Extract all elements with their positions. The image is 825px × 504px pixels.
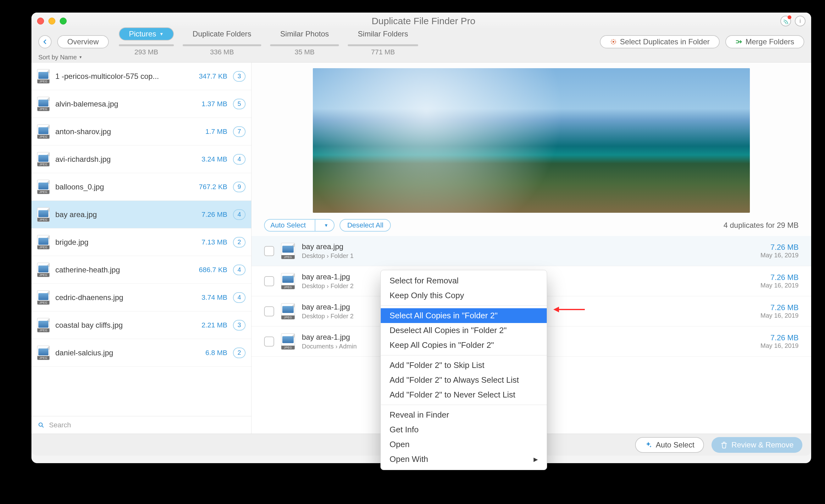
menu-item[interactable]: Select for Removal [381,273,547,288]
menu-item-label: Open With [389,454,428,464]
duplicate-date: May 16, 2019 [761,252,799,259]
chevron-down-icon: ▼ [79,55,82,59]
file-row[interactable]: JPEGbay area.jpg7.26 MB4 [31,201,251,229]
file-size: 2.21 MB [202,321,227,329]
duplicate-row[interactable]: JPEGbay area.jpgDesktop › Folder 17.26 M… [251,236,811,266]
menu-item-label: Add "Folder 2" to Always Select List [389,375,519,385]
menu-item[interactable]: Reveal in Finder [381,408,547,422]
duplicate-count-badge: 3 [233,320,245,331]
menu-separator [381,306,547,306]
minimize-window-button[interactable] [49,18,55,24]
review-remove-button[interactable]: Review & Remove [711,437,802,453]
file-row[interactable]: JPEGanton-sharov.jpg1.7 MB7 [31,118,251,146]
footer-auto-select-button[interactable]: Auto Select [635,437,704,453]
jpeg-file-icon: JPEG [37,180,50,194]
auto-select-menu-button[interactable]: ▼ [318,220,334,231]
duplicate-size: 7.26 MB [761,243,799,252]
jpeg-file-icon: JPEG [281,243,295,259]
select-checkbox[interactable] [264,337,274,347]
duplicate-count-badge: 7 [233,126,245,137]
tab-label: Similar Folders [358,29,408,38]
info-icon[interactable]: i [795,16,806,26]
file-name: coastal bay cliffs.jpg [55,321,196,330]
menu-item[interactable]: Deselect All Copies in "Folder 2" [381,323,547,338]
file-row[interactable]: JPEGbrigde.jpg7.13 MB2 [31,229,251,256]
file-row[interactable]: JPEGcatherine-heath.jpg686.7 KB4 [31,256,251,284]
menu-item[interactable]: Get Info [381,422,547,437]
select-checkbox[interactable] [264,276,274,286]
tab-duplicate-folders[interactable]: Duplicate Folders336 MB [178,27,266,56]
review-remove-label: Review & Remove [732,440,794,449]
submenu-arrow-icon: ▶ [534,456,538,463]
file-row[interactable]: JPEGdaniel-salcius.jpg6.8 MB2 [31,339,251,367]
menu-item[interactable]: Add "Folder 2" to Skip List [381,358,547,373]
select-checkbox[interactable] [264,306,274,316]
file-size: 767.2 KB [199,183,227,191]
duplicate-count-badge: 2 [233,347,245,358]
menu-item[interactable]: Open With▶ [381,452,547,467]
file-row[interactable]: JPEGalvin-balemesa.jpg1.37 MB5 [31,90,251,118]
file-size: 7.13 MB [202,238,227,246]
file-size: 7.26 MB [202,211,227,219]
file-size: 1.7 MB [205,128,227,136]
select-checkbox[interactable] [264,246,274,256]
footer-auto-select-label: Auto Select [656,440,694,449]
menu-item[interactable]: Keep All Copies in "Folder 2" [381,338,547,352]
jpeg-file-icon: JPEG [37,97,50,111]
sort-label: Sort by Name [39,54,77,61]
menu-item-label: Add "Folder 2" to Skip List [389,360,484,370]
jpeg-file-icon: JPEG [37,263,50,277]
deselect-all-button[interactable]: Deselect All [340,219,391,232]
menu-item[interactable]: Add "Folder 2" to Never Select List [381,388,547,402]
preview-area [251,63,811,216]
overview-button[interactable]: Overview [57,35,109,49]
file-name: anton-sharov.jpg [55,127,200,136]
menu-item-label: Open [389,440,410,449]
image-preview [313,68,750,213]
menu-separator [381,355,547,355]
tab-pictures[interactable]: Pictures▼293 MB [115,27,178,56]
zoom-window-button[interactable] [60,18,67,24]
context-menu[interactable]: Select for RemovalKeep Only this CopySel… [380,270,547,470]
duplicate-path: Desktop › Folder 2 [302,313,354,320]
search-row[interactable]: Search [31,416,251,434]
menu-item[interactable]: Add "Folder 2" to Always Select List [381,373,547,388]
menu-item[interactable]: Open [381,437,547,452]
file-row[interactable]: JPEGballoons_0.jpg767.2 KB9 [31,173,251,201]
duplicate-date: May 16, 2019 [761,282,799,289]
activity-icon[interactable] [780,16,791,26]
duplicate-name: bay area-1.jpg [302,272,354,281]
tab-pill[interactable]: Similar Folders [348,27,418,40]
tab-size-label: 35 MB [295,48,315,56]
select-duplicates-in-folder-button[interactable]: Select Duplicates in Folder [600,35,720,49]
file-list[interactable]: JPEG1 -pericos-multicolor-575 cop...347.… [31,63,251,416]
menu-item-label: Reveal in Finder [389,410,449,420]
jpeg-file-icon: JPEG [281,273,295,289]
tab-similar-photos[interactable]: Similar Photos35 MB [266,27,343,56]
jpeg-file-icon: JPEG [37,124,50,139]
menu-item[interactable]: Select All Copies in "Folder 2" [381,308,547,323]
chevron-down-icon: ▼ [159,31,164,36]
file-row[interactable]: JPEG1 -pericos-multicolor-575 cop...347.… [31,63,251,90]
menu-item-label: Deselect All Copies in "Folder 2" [389,326,507,335]
tab-similar-folders[interactable]: Similar Folders771 MB [343,27,423,56]
file-row[interactable]: JPEGcedric-dhaenens.jpg3.74 MB4 [31,284,251,311]
auto-select-label[interactable]: Auto Select [265,220,312,231]
menu-item-label: Select All Copies in "Folder 2" [389,311,498,321]
duplicate-size: 7.26 MB [761,303,799,312]
duplicate-path: Desktop › Folder 1 [302,252,354,260]
close-window-button[interactable] [37,18,44,24]
auto-select-split-button[interactable]: Auto Select ▼ [264,219,334,232]
merge-folders-button[interactable]: Merge Folders [725,35,804,49]
select-duplicates-label: Select Duplicates in Folder [620,37,709,46]
tab-pill[interactable]: Similar Photos [270,27,339,40]
menu-item[interactable]: Keep Only this Copy [381,288,547,303]
duplicate-path: Desktop › Folder 2 [302,282,354,290]
file-row[interactable]: JPEGcoastal bay cliffs.jpg2.21 MB3 [31,311,251,339]
tab-pill[interactable]: Duplicate Folders [183,27,261,40]
tab-pill[interactable]: Pictures▼ [119,27,174,40]
back-button[interactable] [39,35,52,49]
menu-separator [381,405,547,405]
file-row[interactable]: JPEGavi-richardsh.jpg3.24 MB4 [31,146,251,173]
duplicate-count-badge: 2 [233,237,245,248]
